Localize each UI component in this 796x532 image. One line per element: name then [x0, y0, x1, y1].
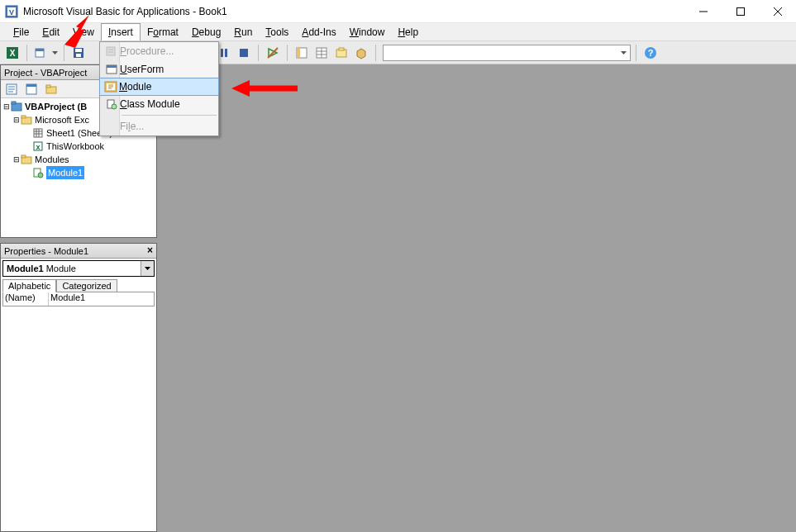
svg-rect-42 — [21, 116, 26, 118]
annotation-arrow-module — [231, 78, 298, 98]
menu-item-classmodule[interactable]: Class Module — [100, 95, 218, 113]
folder-icon — [21, 114, 32, 126]
svg-rect-51 — [21, 155, 26, 158]
close-icon[interactable]: × — [147, 245, 153, 256]
object-selector[interactable]: Module1 Module — [2, 260, 155, 277]
view-excel-button[interactable]: X — [3, 44, 21, 62]
tab-alphabetic[interactable]: Alphabetic — [2, 279, 56, 292]
property-key: (Name) — [3, 292, 49, 306]
insert-dropdown-button[interactable] — [32, 44, 50, 62]
menu-debug[interactable]: Debug — [185, 23, 227, 40]
menu-insert[interactable]: Insert — [101, 23, 141, 40]
tree-item-module1[interactable]: Module1 — [2, 166, 155, 179]
menu-run[interactable]: Run — [227, 23, 259, 40]
menu-help[interactable]: Help — [391, 23, 425, 40]
window-title: Microsoft Visual Basic for Applications … — [23, 6, 684, 17]
menu-format[interactable]: Format — [141, 23, 185, 40]
toolbar-separator — [375, 45, 376, 61]
title-bar: V Microsoft Visual Basic for Application… — [0, 0, 796, 23]
svg-rect-38 — [46, 85, 50, 88]
menu-file[interactable]: File — [7, 23, 36, 40]
svg-rect-13 — [75, 49, 82, 52]
menu-bar: File Edit View Insert Format Debug Run T… — [0, 23, 796, 41]
tree-item-thisworkbook[interactable]: x ThisWorkbook — [2, 140, 155, 153]
folder-icon — [21, 154, 32, 165]
svg-rect-36 — [26, 84, 36, 87]
properties-button[interactable] — [312, 44, 331, 62]
menu-item-procedure: Procedure... — [100, 42, 218, 60]
userform-icon — [103, 63, 120, 76]
close-button[interactable] — [759, 0, 796, 23]
menu-window[interactable]: Window — [343, 23, 392, 40]
help-button[interactable]: ? — [641, 44, 660, 62]
properties-title: Properties - Module1 × — [1, 244, 156, 259]
tree-root-label: VBAProject (B — [25, 100, 87, 113]
minimize-button[interactable] — [684, 0, 722, 23]
project-explorer-button[interactable] — [293, 44, 311, 62]
svg-rect-59 — [107, 65, 117, 68]
menu-tools[interactable]: Tools — [259, 23, 295, 40]
tree-item-label: ThisWorkbook — [46, 140, 104, 153]
mdi-client-area — [157, 64, 796, 532]
svg-rect-55 — [107, 47, 115, 55]
project-icon — [11, 101, 22, 112]
view-code-button[interactable] — [2, 80, 21, 98]
menu-separator — [122, 115, 217, 116]
svg-rect-14 — [76, 54, 81, 57]
reset-button[interactable] — [235, 44, 253, 62]
svg-rect-43 — [34, 129, 42, 137]
svg-marker-67 — [64, 15, 89, 48]
menu-addins[interactable]: Add-Ins — [295, 23, 342, 40]
dropdown-arrow-icon[interactable] — [141, 261, 154, 276]
property-value[interactable]: Module1 — [49, 292, 154, 306]
toolbar-separator — [287, 45, 288, 61]
collapse-icon[interactable]: ⊟ — [12, 153, 21, 166]
dropdown-arrow-icon[interactable] — [52, 51, 59, 55]
position-combo[interactable] — [383, 45, 631, 61]
window-controls — [684, 0, 796, 22]
svg-rect-10 — [36, 49, 44, 51]
property-row[interactable]: (Name) Module1 — [3, 292, 154, 306]
properties-tabs: Alphabetic Categorized — [2, 278, 155, 292]
svg-text:x: x — [36, 143, 40, 151]
menu-edit[interactable]: Edit — [36, 23, 66, 40]
svg-rect-15 — [221, 49, 223, 57]
svg-marker-28 — [621, 51, 627, 55]
toolbar-separator — [636, 45, 636, 61]
svg-rect-40 — [12, 102, 16, 104]
svg-text:V: V — [9, 8, 14, 17]
toolbar-separator — [258, 45, 259, 61]
svg-rect-16 — [225, 49, 227, 57]
svg-rect-4 — [736, 8, 744, 16]
object-browser-button[interactable] — [332, 44, 350, 62]
menu-item-file: File... — [100, 117, 218, 135]
properties-pane: Properties - Module1 × Module1 Module Al… — [0, 243, 157, 532]
properties-grid: (Name) Module1 — [2, 292, 155, 306]
menu-item-userform[interactable]: UserForm — [100, 60, 218, 78]
toggle-folders-button[interactable] — [42, 80, 60, 98]
insert-dropdown-menu: Procedure... UserForm Module Class Modul… — [99, 41, 219, 136]
menu-item-module[interactable]: Module — [99, 78, 219, 96]
svg-rect-17 — [240, 49, 248, 57]
annotation-arrow-insert — [64, 15, 106, 48]
svg-marker-54 — [145, 267, 150, 270]
object-type: Module — [46, 264, 76, 273]
collapse-icon[interactable]: ⊟ — [2, 100, 11, 113]
svg-text:?: ? — [648, 48, 654, 58]
module-icon — [102, 80, 119, 93]
object-name: Module1 — [7, 264, 44, 273]
svg-marker-69 — [231, 80, 250, 97]
view-object-button[interactable] — [22, 80, 41, 98]
maximize-button[interactable] — [722, 0, 759, 23]
toolbox-button[interactable] — [352, 44, 370, 62]
workbook-icon: x — [32, 140, 44, 152]
tab-categorized[interactable]: Categorized — [56, 279, 117, 292]
classmodule-icon — [103, 97, 120, 111]
tree-folder-modules[interactable]: ⊟ Modules — [2, 153, 155, 166]
toolbar-separator — [26, 45, 27, 61]
properties-title-text: Properties - Module1 — [4, 246, 88, 256]
design-mode-button[interactable] — [264, 44, 282, 62]
svg-rect-27 — [339, 48, 344, 50]
collapse-icon[interactable]: ⊟ — [12, 113, 21, 126]
project-explorer-title-text: Project - VBAProject — [4, 68, 87, 78]
